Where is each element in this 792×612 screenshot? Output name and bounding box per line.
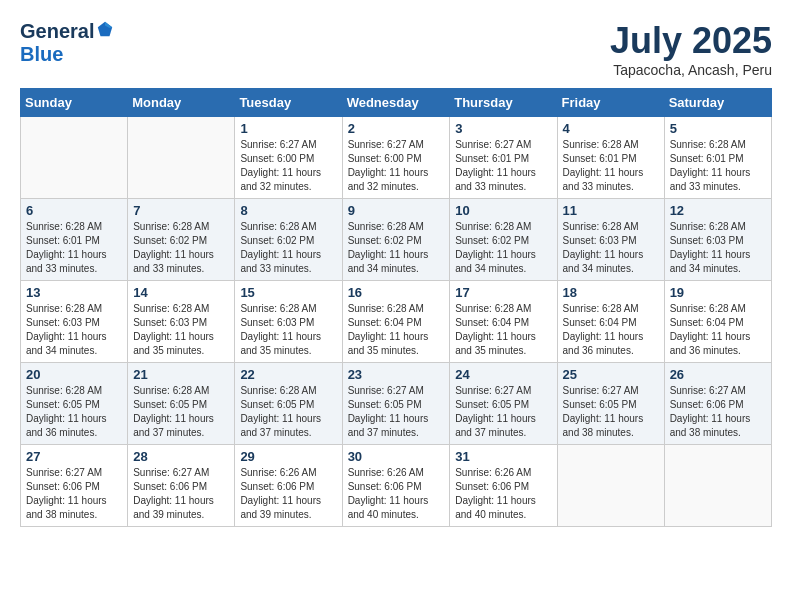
- day-info: Sunrise: 6:26 AM Sunset: 6:06 PM Dayligh…: [240, 466, 336, 522]
- calendar-header-thursday: Thursday: [450, 89, 557, 117]
- day-info: Sunrise: 6:27 AM Sunset: 6:06 PM Dayligh…: [670, 384, 766, 440]
- day-number: 11: [563, 203, 659, 218]
- calendar-cell: 6Sunrise: 6:28 AM Sunset: 6:01 PM Daylig…: [21, 199, 128, 281]
- calendar-cell: [664, 445, 771, 527]
- calendar-cell: 7Sunrise: 6:28 AM Sunset: 6:02 PM Daylig…: [128, 199, 235, 281]
- calendar-cell: 17Sunrise: 6:28 AM Sunset: 6:04 PM Dayli…: [450, 281, 557, 363]
- day-info: Sunrise: 6:28 AM Sunset: 6:04 PM Dayligh…: [348, 302, 445, 358]
- day-info: Sunrise: 6:27 AM Sunset: 6:05 PM Dayligh…: [563, 384, 659, 440]
- calendar-cell: 8Sunrise: 6:28 AM Sunset: 6:02 PM Daylig…: [235, 199, 342, 281]
- calendar-cell: 10Sunrise: 6:28 AM Sunset: 6:02 PM Dayli…: [450, 199, 557, 281]
- day-number: 14: [133, 285, 229, 300]
- logo: General Blue: [20, 20, 114, 66]
- day-number: 28: [133, 449, 229, 464]
- calendar-cell: 25Sunrise: 6:27 AM Sunset: 6:05 PM Dayli…: [557, 363, 664, 445]
- day-info: Sunrise: 6:28 AM Sunset: 6:02 PM Dayligh…: [133, 220, 229, 276]
- day-number: 19: [670, 285, 766, 300]
- day-number: 26: [670, 367, 766, 382]
- calendar-cell: 23Sunrise: 6:27 AM Sunset: 6:05 PM Dayli…: [342, 363, 450, 445]
- logo-general: General: [20, 20, 94, 42]
- logo-icon: [96, 20, 114, 38]
- day-number: 9: [348, 203, 445, 218]
- calendar-cell: 19Sunrise: 6:28 AM Sunset: 6:04 PM Dayli…: [664, 281, 771, 363]
- calendar-cell: 21Sunrise: 6:28 AM Sunset: 6:05 PM Dayli…: [128, 363, 235, 445]
- day-number: 17: [455, 285, 551, 300]
- day-number: 8: [240, 203, 336, 218]
- calendar-cell: 30Sunrise: 6:26 AM Sunset: 6:06 PM Dayli…: [342, 445, 450, 527]
- day-number: 27: [26, 449, 122, 464]
- calendar-cell: [21, 117, 128, 199]
- month-title: July 2025: [610, 20, 772, 62]
- day-number: 24: [455, 367, 551, 382]
- calendar-cell: 5Sunrise: 6:28 AM Sunset: 6:01 PM Daylig…: [664, 117, 771, 199]
- location-title: Tapacocha, Ancash, Peru: [610, 62, 772, 78]
- calendar-header-friday: Friday: [557, 89, 664, 117]
- calendar-week-row: 6Sunrise: 6:28 AM Sunset: 6:01 PM Daylig…: [21, 199, 772, 281]
- title-section: July 2025 Tapacocha, Ancash, Peru: [610, 20, 772, 78]
- calendar-cell: 24Sunrise: 6:27 AM Sunset: 6:05 PM Dayli…: [450, 363, 557, 445]
- day-info: Sunrise: 6:27 AM Sunset: 6:06 PM Dayligh…: [133, 466, 229, 522]
- day-info: Sunrise: 6:28 AM Sunset: 6:02 PM Dayligh…: [455, 220, 551, 276]
- calendar-cell: 18Sunrise: 6:28 AM Sunset: 6:04 PM Dayli…: [557, 281, 664, 363]
- day-number: 22: [240, 367, 336, 382]
- day-number: 7: [133, 203, 229, 218]
- day-info: Sunrise: 6:27 AM Sunset: 6:05 PM Dayligh…: [348, 384, 445, 440]
- day-number: 16: [348, 285, 445, 300]
- day-info: Sunrise: 6:26 AM Sunset: 6:06 PM Dayligh…: [348, 466, 445, 522]
- calendar-table: SundayMondayTuesdayWednesdayThursdayFrid…: [20, 88, 772, 527]
- calendar-cell: [557, 445, 664, 527]
- day-number: 25: [563, 367, 659, 382]
- day-info: Sunrise: 6:28 AM Sunset: 6:02 PM Dayligh…: [240, 220, 336, 276]
- calendar-cell: 28Sunrise: 6:27 AM Sunset: 6:06 PM Dayli…: [128, 445, 235, 527]
- day-info: Sunrise: 6:28 AM Sunset: 6:01 PM Dayligh…: [563, 138, 659, 194]
- day-number: 2: [348, 121, 445, 136]
- calendar-cell: 2Sunrise: 6:27 AM Sunset: 6:00 PM Daylig…: [342, 117, 450, 199]
- calendar-cell: 9Sunrise: 6:28 AM Sunset: 6:02 PM Daylig…: [342, 199, 450, 281]
- day-info: Sunrise: 6:28 AM Sunset: 6:04 PM Dayligh…: [455, 302, 551, 358]
- day-info: Sunrise: 6:28 AM Sunset: 6:03 PM Dayligh…: [26, 302, 122, 358]
- day-info: Sunrise: 6:28 AM Sunset: 6:02 PM Dayligh…: [348, 220, 445, 276]
- calendar-header-tuesday: Tuesday: [235, 89, 342, 117]
- day-info: Sunrise: 6:27 AM Sunset: 6:06 PM Dayligh…: [26, 466, 122, 522]
- calendar-cell: 26Sunrise: 6:27 AM Sunset: 6:06 PM Dayli…: [664, 363, 771, 445]
- calendar-week-row: 1Sunrise: 6:27 AM Sunset: 6:00 PM Daylig…: [21, 117, 772, 199]
- day-info: Sunrise: 6:27 AM Sunset: 6:05 PM Dayligh…: [455, 384, 551, 440]
- day-info: Sunrise: 6:28 AM Sunset: 6:01 PM Dayligh…: [670, 138, 766, 194]
- day-number: 21: [133, 367, 229, 382]
- calendar-cell: 4Sunrise: 6:28 AM Sunset: 6:01 PM Daylig…: [557, 117, 664, 199]
- day-info: Sunrise: 6:27 AM Sunset: 6:00 PM Dayligh…: [348, 138, 445, 194]
- day-info: Sunrise: 6:28 AM Sunset: 6:03 PM Dayligh…: [670, 220, 766, 276]
- day-number: 3: [455, 121, 551, 136]
- day-number: 18: [563, 285, 659, 300]
- day-number: 5: [670, 121, 766, 136]
- day-number: 12: [670, 203, 766, 218]
- day-number: 10: [455, 203, 551, 218]
- calendar-week-row: 13Sunrise: 6:28 AM Sunset: 6:03 PM Dayli…: [21, 281, 772, 363]
- day-info: Sunrise: 6:28 AM Sunset: 6:03 PM Dayligh…: [133, 302, 229, 358]
- day-number: 15: [240, 285, 336, 300]
- calendar-cell: 31Sunrise: 6:26 AM Sunset: 6:06 PM Dayli…: [450, 445, 557, 527]
- logo-blue: Blue: [20, 43, 63, 65]
- day-info: Sunrise: 6:28 AM Sunset: 6:01 PM Dayligh…: [26, 220, 122, 276]
- day-number: 13: [26, 285, 122, 300]
- calendar-cell: 16Sunrise: 6:28 AM Sunset: 6:04 PM Dayli…: [342, 281, 450, 363]
- calendar-cell: 14Sunrise: 6:28 AM Sunset: 6:03 PM Dayli…: [128, 281, 235, 363]
- calendar-header-saturday: Saturday: [664, 89, 771, 117]
- day-info: Sunrise: 6:28 AM Sunset: 6:05 PM Dayligh…: [133, 384, 229, 440]
- calendar-header-monday: Monday: [128, 89, 235, 117]
- day-info: Sunrise: 6:28 AM Sunset: 6:04 PM Dayligh…: [563, 302, 659, 358]
- calendar-cell: 13Sunrise: 6:28 AM Sunset: 6:03 PM Dayli…: [21, 281, 128, 363]
- calendar-cell: [128, 117, 235, 199]
- day-number: 23: [348, 367, 445, 382]
- day-info: Sunrise: 6:28 AM Sunset: 6:05 PM Dayligh…: [240, 384, 336, 440]
- day-number: 29: [240, 449, 336, 464]
- calendar-cell: 29Sunrise: 6:26 AM Sunset: 6:06 PM Dayli…: [235, 445, 342, 527]
- calendar-cell: 27Sunrise: 6:27 AM Sunset: 6:06 PM Dayli…: [21, 445, 128, 527]
- day-info: Sunrise: 6:28 AM Sunset: 6:04 PM Dayligh…: [670, 302, 766, 358]
- calendar-cell: 1Sunrise: 6:27 AM Sunset: 6:00 PM Daylig…: [235, 117, 342, 199]
- calendar-cell: 11Sunrise: 6:28 AM Sunset: 6:03 PM Dayli…: [557, 199, 664, 281]
- page-header: General Blue July 2025 Tapacocha, Ancash…: [20, 20, 772, 78]
- day-info: Sunrise: 6:28 AM Sunset: 6:03 PM Dayligh…: [563, 220, 659, 276]
- day-number: 4: [563, 121, 659, 136]
- calendar-week-row: 27Sunrise: 6:27 AM Sunset: 6:06 PM Dayli…: [21, 445, 772, 527]
